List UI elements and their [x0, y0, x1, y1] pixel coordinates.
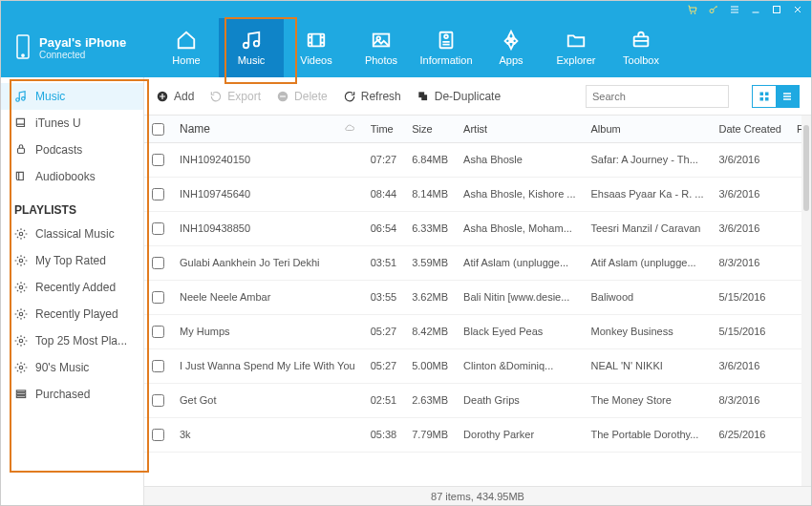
- col-date[interactable]: Date Created: [712, 116, 789, 142]
- sidebar-item-podcasts[interactable]: Podcasts: [1, 137, 143, 163]
- nav-label: Photos: [365, 54, 397, 66]
- search-input[interactable]: [592, 91, 724, 102]
- sidebar-item-audiobooks[interactable]: Audiobooks: [1, 163, 143, 190]
- maximize-icon[interactable]: [771, 4, 782, 15]
- cell-size: 8.14MB: [404, 177, 456, 211]
- export-button[interactable]: Export: [209, 90, 261, 103]
- device-panel[interactable]: Payal's iPhone Connected: [1, 33, 154, 63]
- photos-icon: [370, 30, 393, 51]
- playlist-item[interactable]: Classical Music: [1, 221, 143, 247]
- col-time[interactable]: Time: [363, 116, 405, 142]
- row-checkbox[interactable]: [144, 314, 172, 348]
- svg-point-20: [19, 312, 23, 316]
- sidebar-item-itunes-u[interactable]: iTunes U: [1, 110, 143, 137]
- nav-label: Explorer: [557, 54, 596, 66]
- cell-date: 8/3/2016: [712, 383, 789, 417]
- row-checkbox[interactable]: [144, 177, 172, 211]
- row-checkbox[interactable]: [144, 348, 172, 383]
- svg-point-19: [19, 285, 23, 289]
- col-artist[interactable]: Artist: [456, 116, 583, 142]
- table-row[interactable]: My Humps05:278.42MBBlack Eyed PeasMonkey…: [144, 314, 811, 348]
- col-size[interactable]: Size: [404, 116, 456, 142]
- sidebar-item-music[interactable]: Music: [1, 83, 143, 110]
- nav-apps[interactable]: Apps: [479, 18, 544, 77]
- playlist-item[interactable]: Recently Added: [1, 274, 143, 301]
- minimize-icon[interactable]: [750, 4, 761, 15]
- nav-toolbox[interactable]: Toolbox: [609, 18, 673, 77]
- table-row[interactable]: INH10924015007:276.84MBAsha BhosleSafar:…: [144, 142, 811, 177]
- cell-size: 8.42MB: [404, 314, 456, 348]
- col-name[interactable]: Name: [172, 116, 363, 142]
- table-row[interactable]: INH10943885006:546.33MBAsha Bhosle, Moha…: [144, 211, 811, 245]
- menu-icon[interactable]: [729, 4, 740, 15]
- scrollbar-thumb[interactable]: [803, 125, 809, 211]
- svg-rect-35: [765, 97, 769, 101]
- col-album[interactable]: Album: [584, 116, 712, 142]
- nav-music[interactable]: Music: [219, 18, 284, 77]
- refresh-button[interactable]: Refresh: [343, 90, 401, 103]
- table-row[interactable]: 3k05:387.79MBDorothy ParkerThe Portable …: [144, 417, 811, 452]
- cell-size: 6.84MB: [404, 142, 456, 177]
- nav-photos[interactable]: Photos: [349, 18, 414, 77]
- sidebar-icon: [14, 90, 28, 103]
- key-icon[interactable]: [708, 4, 719, 15]
- row-checkbox[interactable]: [144, 383, 172, 417]
- playlist-item[interactable]: Recently Played: [1, 301, 143, 327]
- top-nav: HomeMusicVideosPhotosInformationAppsExpl…: [154, 18, 811, 77]
- table-row[interactable]: Neele Neele Ambar03:553.62MBBali Nitin […: [144, 280, 811, 314]
- table-row[interactable]: INH10974564008:448.14MBAsha Bhosle, Kish…: [144, 177, 811, 211]
- cart-icon[interactable]: [687, 4, 698, 15]
- svg-rect-24: [16, 393, 25, 395]
- svg-rect-23: [16, 390, 25, 392]
- sidebar-icon: [14, 116, 28, 130]
- svg-point-7: [254, 41, 260, 46]
- playlist-item[interactable]: 90's Music: [1, 354, 143, 381]
- playlist-item[interactable]: Top 25 Most Pla...: [1, 327, 143, 354]
- toolbox-icon: [630, 30, 652, 51]
- playlist-label: Top 25 Most Pla...: [35, 334, 127, 348]
- table-row[interactable]: Get Got02:512.63MBDeath GripsThe Money S…: [144, 383, 811, 417]
- nav-videos[interactable]: Videos: [284, 18, 349, 77]
- nav-home[interactable]: Home: [154, 18, 219, 77]
- playlist-item[interactable]: My Top Rated: [1, 247, 143, 274]
- delete-button[interactable]: Delete: [276, 90, 328, 103]
- playlist-label: 90's Music: [35, 361, 89, 374]
- cell-name: Get Got: [172, 383, 363, 417]
- close-icon[interactable]: [792, 4, 803, 15]
- toolbar: Add Export Delete Refresh De-Duplicate: [144, 77, 811, 116]
- select-all-header[interactable]: [144, 116, 172, 142]
- nav-label: Home: [172, 54, 200, 66]
- nav-label: Apps: [499, 54, 523, 66]
- table-row[interactable]: Gulabi Aankhein Jo Teri Dekhi03:513.59MB…: [144, 245, 811, 280]
- cell-name: INH109745640: [172, 177, 363, 211]
- device-name: Payal's iPhone: [39, 35, 126, 50]
- cell-time: 06:54: [363, 211, 405, 245]
- grid-view-button[interactable]: [753, 86, 776, 107]
- row-checkbox[interactable]: [144, 417, 172, 452]
- cell-size: 3.62MB: [404, 280, 456, 314]
- playlist-item[interactable]: Purchased: [1, 381, 143, 408]
- apps-icon: [500, 30, 523, 51]
- dedup-button[interactable]: De-Duplicate: [417, 90, 501, 103]
- row-checkbox[interactable]: [144, 245, 172, 280]
- list-view-button[interactable]: [776, 86, 799, 107]
- cell-album: Baliwood: [584, 280, 712, 314]
- row-checkbox[interactable]: [144, 280, 172, 314]
- cell-time: 05:38: [363, 417, 405, 452]
- cell-date: 8/3/2016: [712, 245, 789, 280]
- table-row[interactable]: I Just Wanna Spend My Life With You05:27…: [144, 348, 811, 383]
- nav-label: Videos: [300, 54, 331, 66]
- table-scroll[interactable]: Name Time Size Artist Album Date Created…: [144, 116, 811, 486]
- cell-album: The Portable Dorothy...: [584, 417, 712, 452]
- cell-album: The Money Store: [584, 383, 712, 417]
- add-button[interactable]: Add: [156, 90, 194, 103]
- row-checkbox[interactable]: [144, 142, 172, 177]
- search-box[interactable]: [586, 85, 729, 108]
- nav-explorer[interactable]: Explorer: [544, 18, 609, 77]
- sidebar-icon: [14, 170, 28, 183]
- nav-information[interactable]: Information: [414, 18, 479, 77]
- cell-album: Teesri Manzil / Caravan: [584, 211, 712, 245]
- row-checkbox[interactable]: [144, 211, 172, 245]
- playlist-label: Purchased: [35, 388, 90, 401]
- scrollbar[interactable]: [801, 116, 811, 486]
